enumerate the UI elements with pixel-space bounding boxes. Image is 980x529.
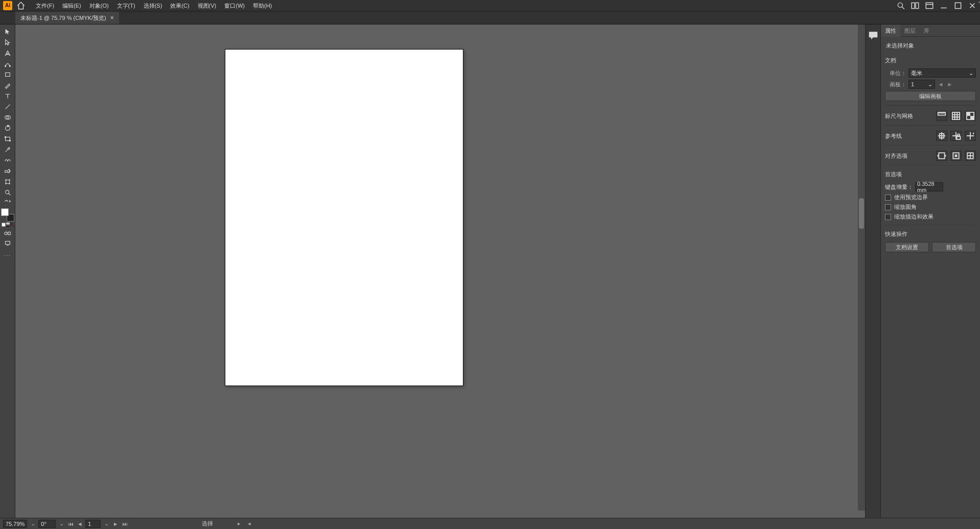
grid-icon[interactable] [950,111,962,121]
rulers-grid-label: 标尺与网格 [885,112,934,120]
snap-pixel-icon[interactable] [936,151,947,161]
app-logo: Ai [3,1,12,10]
artboard-dropdown[interactable]: 1⌄ [908,80,935,89]
menu-window[interactable]: 窗口(W) [220,0,249,11]
next-artboard-nav-icon[interactable]: ► [112,520,119,528]
svg-rect-3 [926,3,933,8]
tab-properties[interactable]: 属性 [881,25,900,37]
document-tab[interactable]: 未标题-1 @ 75.79 % (CMYK/预览) × [15,12,119,24]
document-tab-close-icon[interactable]: × [110,14,114,21]
toggle-fill-stroke-icon[interactable] [2,198,14,205]
fill-color[interactable] [1,208,9,216]
screen-mode-icon[interactable] [2,238,14,248]
ruler-icon[interactable] [936,111,947,121]
menu-type[interactable]: 文字(T) [113,0,139,11]
svg-point-0 [898,3,902,7]
menu-file[interactable]: 文件(F) [32,0,58,11]
direct-selection-tool-icon[interactable] [2,37,14,47]
draw-mode-icon[interactable] [2,230,14,237]
edit-artboards-button[interactable]: 编辑画板 [885,91,976,101]
key-increment-label: 键盘增量： [885,183,913,191]
symbol-sprayer-tool-icon[interactable] [2,166,14,176]
key-increment-input[interactable]: 0.3528 mm [915,182,943,191]
paintbrush-tool-icon[interactable] [2,80,14,90]
search-icon[interactable] [896,1,905,10]
type-tool-icon[interactable] [2,91,14,101]
artboard-value: 1 [911,81,914,87]
artboard-nav-dropdown-icon[interactable]: ⌄ [103,520,110,528]
svg-point-19 [5,190,9,194]
artboard-tool-icon[interactable] [2,177,14,186]
menu-select[interactable]: 选择(S) [139,0,167,11]
color-mode-row[interactable]: ／ [2,223,14,227]
prev-artboard-nav-icon[interactable]: ◄ [76,520,83,528]
svg-rect-14 [5,171,7,173]
scale-strokes-checkbox[interactable] [885,214,891,220]
tab-layers[interactable]: 图层 [900,25,920,37]
arrange-docs-icon[interactable] [911,1,920,10]
zoom-dropdown-icon[interactable]: ⌄ [29,520,36,528]
tab-libraries[interactable]: 库 [920,25,934,37]
menu-view[interactable]: 视图(V) [194,0,221,11]
preview-bounds-checkbox[interactable] [885,195,891,201]
zoom-input[interactable]: 75.79% [3,520,27,528]
svg-point-20 [4,232,7,234]
next-artboard-icon[interactable]: ► [946,80,953,89]
rotate-dropdown-icon[interactable]: ⌄ [58,520,65,528]
svg-rect-22 [5,241,10,244]
transparency-grid-icon[interactable] [965,111,976,121]
curvature-tool-icon[interactable] [2,59,14,68]
guides-visibility-icon[interactable] [936,131,947,141]
line-tool-icon[interactable] [2,102,14,111]
unit-dropdown[interactable]: 毫米⌄ [908,68,976,78]
snap-grid-icon[interactable] [965,151,976,161]
eyedropper-tool-icon[interactable] [2,145,14,154]
svg-point-15 [8,169,9,170]
artboard[interactable] [225,49,463,386]
edit-toolbar-icon[interactable]: ··· [2,252,14,259]
selection-status: 选择 [202,520,213,527]
snap-point-icon[interactable] [950,151,962,161]
home-icon[interactable] [16,1,26,10]
selection-tool-icon[interactable] [2,27,14,36]
prev-artboard-icon[interactable]: ◄ [937,80,944,89]
menu-object[interactable]: 对象(O) [85,0,113,11]
shape-builder-tool-icon[interactable] [2,112,14,122]
hscroll-left-icon[interactable]: ◂ [246,520,253,528]
svg-rect-21 [8,232,10,234]
first-artboard-icon[interactable]: ⏮ [67,520,74,528]
menu-effect[interactable]: 效果(C) [166,0,193,11]
blend-tool-icon[interactable] [2,155,14,165]
last-artboard-icon[interactable]: ⏭ [121,520,128,528]
toolbar-expand-icon[interactable]: » [978,0,980,5]
rotate-tool-icon[interactable] [2,123,14,133]
fill-stroke-swatch[interactable] [1,208,14,222]
menu-edit[interactable]: 编辑(E) [58,0,85,11]
comments-panel-icon[interactable] [868,30,879,41]
scale-corners-checkbox[interactable] [885,204,891,210]
chevron-down-icon: ⌄ [928,81,932,88]
document-setup-button[interactable]: 文档设置 [885,242,929,252]
zoom-tool-icon[interactable] [2,187,14,197]
artboard-label: 画板： [885,81,906,88]
status-popup-icon[interactable]: ▸ [236,520,243,528]
pen-tool-icon[interactable] [2,48,14,58]
width-tool-icon[interactable] [2,134,14,143]
vertical-scroll-thumb[interactable] [859,198,864,229]
svg-point-16 [9,171,10,172]
vertical-scrollbar[interactable] [858,25,865,511]
artboard-nav-input[interactable]: 1 [85,520,101,528]
preferences-button[interactable]: 首选项 [932,242,976,252]
rotate-input[interactable]: 0° [38,520,56,528]
canvas-area[interactable] [15,25,865,518]
menu-help[interactable]: 帮助(H) [249,0,276,11]
rectangle-tool-icon[interactable] [2,69,14,79]
guides-lock-icon[interactable] [950,131,962,141]
document-section-title: 文档 [885,55,976,66]
properties-panel: 属性 图层 库 未选择对象 文档 单位： 毫米⌄ 画板： 1⌄ ◄ ► 编辑画板 [880,25,980,518]
close-icon[interactable] [968,1,977,10]
maximize-icon[interactable] [953,1,963,10]
smart-guides-icon[interactable] [965,131,976,141]
minimize-icon[interactable] [939,1,948,10]
workspace-icon[interactable] [925,1,934,10]
